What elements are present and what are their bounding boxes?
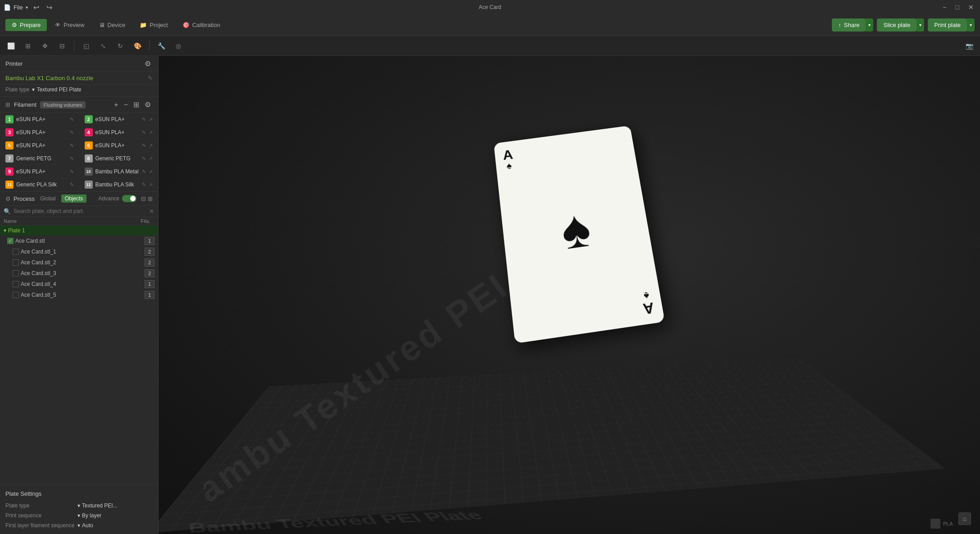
maximize-button[interactable]: □	[953, 4, 962, 11]
ps-first-layer-row: First layer filament sequence ▾ Auto	[0, 520, 158, 530]
ps-print-seq-val[interactable]: ▾ By layer	[77, 512, 101, 519]
card-center-suit: ♠	[557, 197, 594, 262]
rotate-icon[interactable]: ↻	[113, 39, 127, 53]
support-icon[interactable]: 🔧	[154, 39, 168, 53]
table-row[interactable]: Ace Card.stl_5 1	[0, 290, 158, 300]
clear-search-button[interactable]: ✕	[149, 208, 154, 215]
close-button[interactable]: ✕	[966, 4, 976, 11]
redo-button[interactable]: ↪	[45, 3, 54, 12]
filament-menu-button[interactable]: ⊞	[132, 100, 141, 109]
filament-item-12[interactable]: 12 Bambu PLA Silk ✎ ↗	[79, 178, 159, 191]
tab-global-button[interactable]: Global	[37, 195, 59, 203]
filament-num-5: 5	[5, 141, 14, 149]
filament-link-6[interactable]: ↗	[149, 143, 153, 149]
advance-toggle[interactable]	[122, 195, 136, 202]
viewport[interactable]: Bambu Textured PEI Plate Bambu Textured …	[159, 56, 980, 534]
color-icon[interactable]: 🎨	[130, 39, 145, 53]
filament-edit-6[interactable]: ✎	[142, 143, 146, 149]
home-view-button[interactable]: ⌂	[958, 512, 971, 525]
minimize-button[interactable]: −	[940, 4, 949, 11]
process-split-button[interactable]: ⊞	[148, 195, 153, 202]
filament-link-12[interactable]: ↗	[149, 182, 153, 188]
filament-item-6[interactable]: 6 eSUN PLA+ ✎ ↗	[79, 139, 159, 152]
filament-link-2[interactable]: ↗	[149, 117, 153, 122]
ps-first-layer-val[interactable]: ▾ Auto	[77, 522, 93, 529]
camera-icon[interactable]: 📷	[962, 39, 976, 53]
print-plate-button[interactable]: Print plate	[928, 18, 967, 32]
flushing-volumes-button[interactable]: Flushing volumes	[40, 101, 86, 109]
scale-icon[interactable]: ⤡	[96, 39, 110, 53]
filament-item-11[interactable]: 11 Generic PLA Silk ✎	[0, 178, 79, 191]
move-icon[interactable]: ✥	[38, 39, 52, 53]
slice-dropdown-button[interactable]: ▾	[916, 18, 924, 32]
obj-checkbox[interactable]: ✓	[7, 238, 14, 244]
project-icon: 📁	[140, 22, 147, 28]
plate-grid	[159, 358, 945, 533]
table-row[interactable]: Ace Card.stl_1 2	[0, 246, 158, 257]
filament-edit-7[interactable]: ✎	[70, 156, 74, 162]
filament-link-8[interactable]: ↗	[149, 156, 153, 162]
filament-edit-10[interactable]: ✎	[142, 169, 146, 175]
filament-edit-12[interactable]: ✎	[142, 182, 146, 188]
fila-badge[interactable]: 2	[145, 269, 154, 277]
table-row[interactable]: Ace Card.stl_4 1	[0, 279, 158, 290]
tab-calibration[interactable]: 🎯 Calibration	[176, 19, 227, 31]
grid-icon[interactable]: ⊞	[21, 39, 35, 53]
remove-filament-button[interactable]: −	[122, 100, 130, 109]
undo-button[interactable]: ↩	[32, 3, 41, 12]
filament-edit-8[interactable]: ✎	[142, 156, 146, 162]
print-dropdown-button[interactable]: ▾	[967, 18, 975, 32]
filament-name-12: Bambu PLA Silk	[95, 181, 140, 188]
ps-plate-type-val[interactable]: ▾ Textured PEI...	[77, 502, 118, 509]
tab-preview[interactable]: 👁 Preview	[49, 19, 91, 31]
seam-icon[interactable]: ◎	[171, 39, 186, 53]
filament-item-1[interactable]: 1 eSUN PLA+ ✎	[0, 113, 79, 126]
slice-plate-button[interactable]: Slice plate	[877, 18, 916, 32]
table-icon[interactable]: ⊟	[55, 39, 69, 53]
filament-item-8[interactable]: 8 Generic PETG ✎ ↗	[79, 152, 159, 165]
viewport-bg: Bambu Textured PEI Plate Bambu Textured …	[159, 56, 980, 534]
fila-badge[interactable]: 1	[145, 280, 154, 288]
table-row[interactable]: Ace Card.stl_3 2	[0, 268, 158, 279]
filament-item-10[interactable]: 10 Bambu PLA Metal ✎ ↗	[79, 165, 159, 178]
filament-edit-11[interactable]: ✎	[70, 182, 74, 188]
fila-badge[interactable]: 1	[145, 237, 154, 245]
plate-1-item[interactable]: ▾ Plate 1	[0, 226, 158, 235]
filament-edit-2[interactable]: ✎	[142, 117, 146, 122]
share-button[interactable]: ↑ Share	[832, 18, 866, 32]
table-row[interactable]: ✓ Ace Card.stl 1	[0, 235, 158, 246]
file-menu[interactable]: 📄 File ▾	[4, 4, 28, 11]
tab-prepare[interactable]: ⚙ Prepare	[5, 19, 47, 31]
filament-edit-3[interactable]: ✎	[70, 130, 74, 136]
filament-item-3[interactable]: 3 eSUN PLA+ ✎	[0, 126, 79, 139]
tab-objects-button[interactable]: Objects	[61, 195, 87, 203]
filament-item-2[interactable]: 2 eSUN PLA+ ✎ ↗	[79, 113, 159, 126]
filament-num-8: 8	[85, 154, 93, 163]
process-template-button[interactable]: ⊟	[141, 195, 146, 202]
filament-link-4[interactable]: ↗	[149, 130, 153, 136]
share-dropdown-button[interactable]: ▾	[866, 18, 873, 32]
filament-edit-5[interactable]: ✎	[70, 143, 74, 149]
filament-link-10[interactable]: ↗	[149, 169, 153, 175]
fila-badge[interactable]: 2	[145, 258, 154, 267]
add-filament-button[interactable]: +	[112, 100, 120, 109]
fila-badge[interactable]: 2	[145, 248, 154, 256]
tab-project[interactable]: 📁 Project	[133, 19, 174, 31]
top-toolbar: ⚙ Prepare 👁 Preview 🖥 Device 📁 Project 🎯…	[0, 14, 980, 36]
filament-item-4[interactable]: 4 eSUN PLA+ ✎ ↗	[79, 126, 159, 139]
orient-icon[interactable]: ◱	[79, 39, 93, 53]
table-row[interactable]: Ace Card.stl_2 2	[0, 257, 158, 268]
filament-edit-9[interactable]: ✎	[70, 169, 74, 175]
printer-settings-button[interactable]: ⚙	[143, 59, 153, 68]
filament-edit-4[interactable]: ✎	[142, 130, 146, 136]
filament-item-9[interactable]: 9 eSUN PLA+ ✎	[0, 165, 79, 178]
search-input[interactable]	[14, 208, 146, 214]
filament-settings-button[interactable]: ⚙	[143, 100, 153, 109]
filament-edit-1[interactable]: ✎	[70, 117, 74, 122]
fila-badge[interactable]: 1	[145, 291, 154, 299]
filament-item-5[interactable]: 5 eSUN PLA+ ✎	[0, 139, 79, 152]
cube-icon[interactable]: ⬜	[4, 39, 18, 53]
filament-item-7[interactable]: 7 Generic PETG ✎	[0, 152, 79, 165]
tab-device[interactable]: 🖥 Device	[93, 19, 132, 31]
printer-name[interactable]: Bambu Lab X1 Carbon 0.4 nozzle ✎	[0, 72, 158, 85]
